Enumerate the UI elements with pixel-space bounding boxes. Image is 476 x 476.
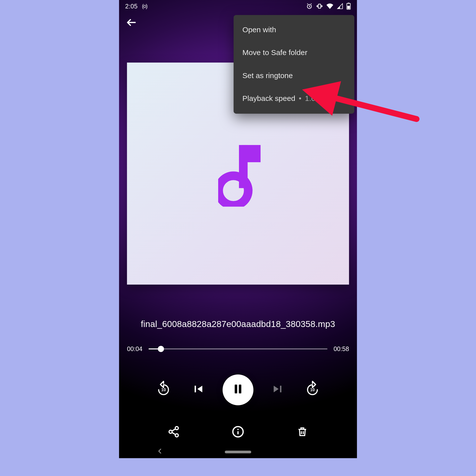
track-title: final_6008a8828a287e00aaadbd18_380358.mp… <box>119 319 357 329</box>
play-pause-button[interactable] <box>223 374 253 405</box>
skip-previous-icon <box>191 382 205 397</box>
music-note-icon <box>218 145 258 202</box>
back-button[interactable] <box>122 14 141 33</box>
menu-item-value: 1.0x <box>305 94 319 103</box>
arrow-left-icon <box>126 17 137 30</box>
seek-thumb[interactable] <box>158 346 164 352</box>
phone-frame: 2:05 (o) <box>119 0 357 458</box>
info-icon <box>232 426 244 440</box>
menu-item-label: Set as ringtone <box>242 71 293 80</box>
nav-home-pill[interactable] <box>225 451 251 453</box>
cellular-icon <box>337 3 343 9</box>
replay-10-icon: 10 <box>155 381 172 399</box>
trash-icon <box>297 426 308 440</box>
svg-point-7 <box>219 176 248 205</box>
info-button[interactable] <box>228 423 248 442</box>
transport-controls: 10 <box>119 374 357 405</box>
elapsed-time: 00:04 <box>127 345 142 352</box>
svg-rect-1 <box>318 4 321 8</box>
forward-10-button[interactable]: 10 <box>303 380 322 400</box>
wifi-icon <box>326 3 333 9</box>
recording-indicator-icon: (o) <box>142 3 147 9</box>
alarm-icon <box>306 3 313 10</box>
seek-bar[interactable] <box>149 346 327 352</box>
rewind-10-button[interactable]: 10 <box>154 380 173 400</box>
vibrate-icon <box>316 3 323 10</box>
svg-point-13 <box>169 430 172 433</box>
menu-move-to-safe-folder[interactable]: Move to Safe folder <box>234 41 354 64</box>
svg-rect-10 <box>239 385 241 393</box>
seek-rail <box>149 349 327 350</box>
menu-set-as-ringtone[interactable]: Set as ringtone <box>234 64 354 87</box>
menu-item-label: Move to Safe folder <box>242 48 307 57</box>
overflow-menu: Open with Move to Safe folder Set as rin… <box>234 15 354 114</box>
share-icon <box>168 426 180 440</box>
share-button[interactable] <box>164 423 183 442</box>
delete-button[interactable] <box>293 423 312 442</box>
battery-icon <box>346 3 351 10</box>
svg-point-17 <box>237 429 238 430</box>
previous-track-button[interactable] <box>188 380 208 400</box>
pause-icon <box>231 382 244 397</box>
menu-item-label: Playback speed <box>242 94 295 103</box>
nav-back-icon[interactable] <box>157 448 163 456</box>
separator-dot: • <box>299 94 301 103</box>
skip-next-icon <box>271 382 285 397</box>
bottom-actions <box>119 423 357 442</box>
total-time: 00:58 <box>334 345 349 352</box>
seek-bar-region: 00:04 00:58 <box>127 345 349 352</box>
menu-playback-speed[interactable]: Playback speed • 1.0x <box>234 87 354 110</box>
menu-open-with[interactable]: Open with <box>234 19 354 41</box>
svg-point-12 <box>175 427 178 430</box>
svg-rect-9 <box>235 385 237 393</box>
svg-rect-3 <box>348 3 349 4</box>
android-nav-bar <box>119 446 357 458</box>
menu-item-label: Open with <box>242 26 276 34</box>
svg-rect-4 <box>347 6 350 9</box>
status-time: 2:05 <box>125 3 138 10</box>
next-track-button[interactable] <box>268 380 288 400</box>
svg-point-14 <box>175 434 178 437</box>
svg-text:10: 10 <box>161 387 166 392</box>
status-bar: 2:05 (o) <box>119 0 357 12</box>
svg-text:10: 10 <box>310 387 315 392</box>
forward-10-icon: 10 <box>304 381 321 399</box>
